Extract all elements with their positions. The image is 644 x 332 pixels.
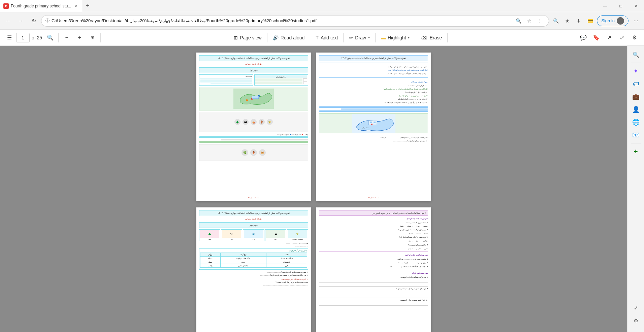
new-tab-button[interactable]: + bbox=[82, 0, 93, 12]
page2-header: نمونه سوالات پیش از امتحان درس مطالعات ا… bbox=[319, 55, 428, 61]
pdf-page-4[interactable]: آزمون مطالعات اجتماعی چهارم ابتدایی - در… bbox=[316, 207, 431, 332]
draw-button[interactable]: ✏ Draw ▾ bbox=[346, 32, 373, 44]
expand-button[interactable]: ⤢ bbox=[616, 32, 628, 44]
draw-icon: ✏ bbox=[349, 35, 353, 40]
close-button[interactable]: ✕ bbox=[629, 0, 644, 12]
erase-button[interactable]: ⌫ Erase bbox=[417, 32, 445, 44]
toolbar-left: ☰ of 25 🔍 − + ⊞ bbox=[3, 32, 102, 44]
tabs-container: P Fourth grade primary school stu... ✕ + bbox=[0, 0, 93, 12]
bookmark-button[interactable]: 🔖 bbox=[590, 32, 602, 44]
sidebar-divider-2 bbox=[631, 143, 641, 143]
pdf-toolbar: ☰ of 25 🔍 − + ⊞ ⊞ Page view 🔊 Read aloud… bbox=[0, 30, 644, 46]
sidebar-toggle-button[interactable]: ☰ bbox=[3, 32, 15, 44]
right-sidebar: 🔍 ✦ 🏷 💼 👤 🌐 📧 + ⤢ ⚙ bbox=[627, 46, 644, 332]
search-pdf-button[interactable]: 🔍 bbox=[44, 32, 56, 44]
svg-rect-7 bbox=[370, 122, 372, 123]
page1-images: 🌾 🏺 ⛺ 🏔 🌲 bbox=[199, 112, 308, 132]
downloads-icon[interactable]: ⬇ bbox=[574, 16, 583, 26]
toolbar-right: 💬 🔖 ↗ ⤢ ⚙ bbox=[577, 32, 641, 44]
pdf-page-2[interactable]: نمونه سوالات پیش از امتحان درس مطالعات ا… bbox=[316, 53, 431, 201]
sign-in-label: Sign in bbox=[601, 18, 615, 23]
highlight-icon: ▬ bbox=[381, 35, 386, 40]
sidebar-search-icon[interactable]: 🔍 bbox=[630, 48, 642, 61]
pdf-page-3[interactable]: نمونه سوالات پیش از امتحان درس مطالعات ا… bbox=[196, 207, 311, 332]
favorites-icon[interactable]: ☆ bbox=[524, 16, 534, 26]
page2-map: نقشه ایران bbox=[319, 113, 428, 133]
back-button[interactable]: ← bbox=[3, 15, 13, 26]
divider-2 bbox=[100, 33, 101, 42]
address-input[interactable]: ⓘ C:/Users/Green%20rayan/Desktop/ali/4.م… bbox=[41, 15, 549, 27]
highlight-label: Highlight bbox=[388, 35, 406, 40]
divider-1 bbox=[58, 33, 59, 42]
toolbar-settings-button[interactable]: ⚙ bbox=[629, 32, 641, 44]
favorites-bar-icon[interactable]: ★ bbox=[562, 16, 572, 26]
svg-point-9 bbox=[371, 124, 373, 125]
sidebar-outlook-icon[interactable]: 📧 bbox=[630, 129, 642, 141]
read-aloud-icon: 🔊 bbox=[273, 35, 279, 40]
page-view-button[interactable]: ⊞ Page view bbox=[230, 32, 265, 44]
page2-divider2 bbox=[319, 77, 428, 78]
svg-text:نقشه ایران: نقشه ایران bbox=[362, 127, 368, 129]
sidebar-plus-icon[interactable]: + bbox=[630, 145, 642, 158]
page3-subheader: طراح: فرناز رضایی bbox=[199, 218, 308, 220]
browser-search-icon[interactable]: 🔍 bbox=[551, 16, 560, 26]
page4-divider bbox=[319, 252, 428, 252]
window-controls: — □ ✕ bbox=[598, 0, 644, 12]
sidebar-tag-icon[interactable]: 🏷 bbox=[630, 78, 642, 90]
pdf-viewer[interactable]: نمونه سوالات پیش از امتحان درس مطالعات ا… bbox=[0, 46, 627, 332]
divider-6 bbox=[375, 33, 376, 42]
page2-footer: صفحه ۲ از ۲۵ bbox=[319, 196, 428, 199]
page1-header: نمونه سوالات پیش از امتحان درس مطالعات ا… bbox=[199, 55, 308, 61]
page1-line2 bbox=[221, 139, 308, 140]
more-options-button[interactable]: ··· bbox=[631, 15, 641, 26]
add-text-label: Add text bbox=[321, 35, 338, 40]
add-text-button[interactable]: T Add text bbox=[312, 32, 341, 44]
page4-divider2 bbox=[319, 270, 428, 270]
page1-map bbox=[199, 87, 308, 110]
browser-wallet-icon[interactable]: 💳 bbox=[585, 16, 595, 26]
divider-3 bbox=[267, 33, 267, 42]
divider-7 bbox=[415, 33, 415, 42]
page2-divider bbox=[319, 63, 428, 63]
zoom-in-button[interactable]: + bbox=[73, 32, 86, 44]
svg-point-3 bbox=[246, 99, 248, 101]
address-right-icons: 🔍 ☆ ⋮ bbox=[514, 16, 545, 26]
collections-icon[interactable]: ⋮ bbox=[535, 16, 545, 26]
sidebar-person-icon[interactable]: 👤 bbox=[630, 103, 642, 115]
svg-rect-8 bbox=[374, 122, 376, 123]
sidebar-divider-1 bbox=[631, 63, 641, 63]
share-button[interactable]: ↗ bbox=[603, 32, 615, 44]
minimize-button[interactable]: — bbox=[598, 0, 613, 12]
sidebar-briefcase-icon[interactable]: 💼 bbox=[630, 91, 642, 103]
divider-8 bbox=[447, 33, 448, 42]
total-pages: of 25 bbox=[30, 35, 43, 40]
page2-line3 bbox=[319, 110, 428, 112]
sidebar-expand-icon[interactable]: ⤢ bbox=[630, 302, 642, 314]
refresh-button[interactable]: ↻ bbox=[28, 15, 39, 26]
page1-icons: 🧺 🏺 🌿 bbox=[199, 144, 308, 161]
sidebar-copilot-icon[interactable]: ✦ bbox=[630, 65, 642, 77]
page-number-input[interactable] bbox=[16, 33, 30, 42]
add-text-icon: T bbox=[316, 35, 319, 40]
pdf-page-1[interactable]: نمونه سوالات پیش از امتحان درس مطالعات ا… bbox=[196, 53, 311, 201]
page3-header: نمونه سوالات پیش از امتحان درس مطالعات ا… bbox=[199, 210, 308, 216]
sign-in-button[interactable]: Sign in bbox=[597, 15, 629, 26]
user-avatar bbox=[617, 17, 624, 25]
sidebar-globe-icon[interactable]: 🌐 bbox=[630, 116, 642, 128]
divider-5 bbox=[343, 33, 344, 42]
highlight-button[interactable]: ▬ Highlight ▾ bbox=[378, 32, 413, 44]
active-tab[interactable]: P Fourth grade primary school stu... ✕ bbox=[0, 0, 82, 12]
sidebar-settings-icon[interactable]: ⚙ bbox=[630, 314, 642, 327]
zoom-out-button[interactable]: − bbox=[61, 32, 73, 44]
erase-icon: ⌫ bbox=[421, 35, 427, 40]
fit-page-button[interactable]: ⊞ bbox=[86, 32, 98, 44]
read-aloud-button[interactable]: 🔊 Read aloud bbox=[269, 32, 308, 44]
search-icon[interactable]: 🔍 bbox=[514, 16, 523, 26]
tab-title: Fourth grade primary school stu... bbox=[11, 4, 71, 8]
page1-footer: صفحه ۱ از ۲۵ bbox=[199, 196, 308, 199]
main-content: نمونه سوالات پیش از امتحان درس مطالعات ا… bbox=[0, 46, 644, 332]
comment-button[interactable]: 💬 bbox=[577, 32, 589, 44]
maximize-button[interactable]: □ bbox=[613, 0, 629, 12]
forward-button[interactable]: → bbox=[15, 15, 26, 26]
tab-close-button[interactable]: ✕ bbox=[73, 3, 78, 9]
